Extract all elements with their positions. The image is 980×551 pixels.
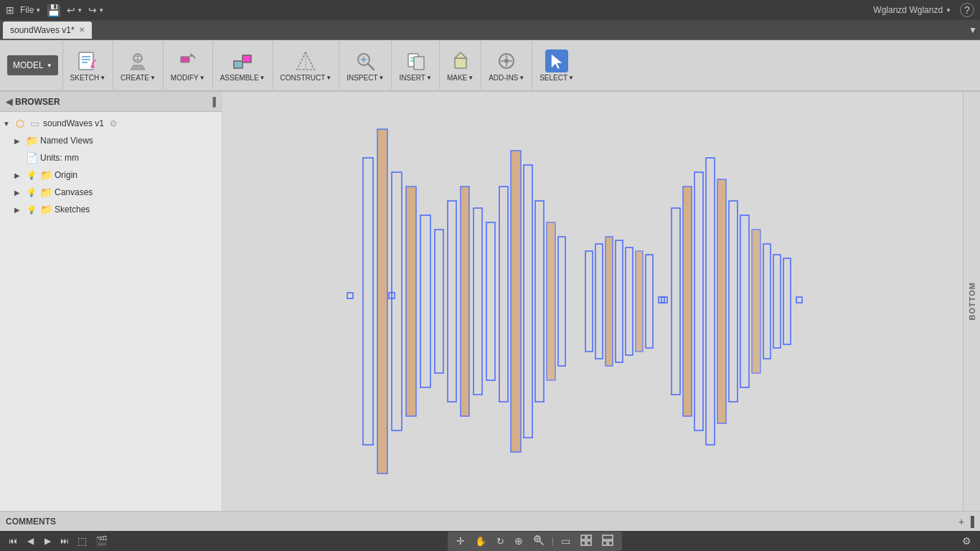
- svg-rect-63: [717, 179, 726, 423]
- search-button[interactable]: [530, 533, 547, 550]
- tab-bar: soundWaves v1* ✕ ▼: [0, 20, 980, 40]
- comments-collapse-button[interactable]: ▐: [967, 516, 974, 527]
- svg-rect-42: [486, 222, 495, 380]
- nav-last-button[interactable]: ⏭: [57, 534, 72, 548]
- addins-label: ADD-INS ▼: [489, 74, 524, 82]
- svg-rect-49: [547, 222, 555, 380]
- zoom-button[interactable]: ⊕: [512, 534, 526, 548]
- nav-prev-button[interactable]: ◀: [23, 534, 37, 548]
- svg-rect-53: [606, 237, 613, 366]
- file-menu[interactable]: File ▼: [20, 5, 41, 15]
- svg-rect-47: [524, 165, 532, 438]
- svg-rect-14: [242, 55, 251, 62]
- tree-item-sketches[interactable]: ▶ 💡 📁 Sketches: [0, 201, 222, 218]
- tree-item-units[interactable]: ▶ 📄 Units: mm: [0, 149, 222, 166]
- inspect-label: INSPECT ▼: [347, 74, 384, 82]
- select-label: SELECT ▼: [540, 74, 574, 82]
- model-dropdown[interactable]: MODEL ▼: [7, 55, 58, 75]
- settings-button[interactable]: ⚙: [959, 534, 974, 548]
- layout-button[interactable]: [599, 533, 616, 550]
- canvas-area[interactable]: [222, 92, 963, 511]
- modify-button[interactable]: MODIFY ▼: [168, 48, 208, 83]
- nav-next-button[interactable]: ▶: [40, 534, 55, 548]
- view-button[interactable]: 🎬: [93, 534, 110, 548]
- svg-rect-46: [511, 151, 521, 452]
- tree-folder-canvases: 📁: [40, 187, 52, 198]
- tree-label-units: Units: mm: [40, 153, 79, 163]
- frame-button[interactable]: ⬚: [75, 534, 90, 548]
- tree-item-root[interactable]: ▼ ⬡ ▭ soundWaves v1 ⊙: [0, 115, 222, 132]
- svg-rect-79: [587, 541, 591, 545]
- tree-item-named-views[interactable]: ▶ 📁 Named Views: [0, 132, 222, 149]
- wave-group-center: [585, 237, 664, 366]
- tree-item-origin[interactable]: ▶ 💡 📁 Origin: [0, 166, 222, 184]
- svg-rect-69: [783, 258, 791, 344]
- assemble-label: ASSEMBLE ▼: [220, 74, 265, 82]
- tree-folder-origin: 📁: [40, 169, 52, 181]
- tree-label-origin: Origin: [55, 170, 77, 180]
- toolbar-insert-group: INSERT ▼: [392, 41, 439, 90]
- main-content: ◀ BROWSER ▐ ▼ ⬡ ▭ soundWaves v1 ⊙ ▶ 📁 Na…: [0, 92, 980, 511]
- construct-button[interactable]: CONSTRUCT ▼: [278, 48, 335, 83]
- tree-settings-root[interactable]: ⊙: [110, 118, 117, 128]
- undo-button[interactable]: ↩ ▼: [67, 4, 83, 16]
- construct-icon: [294, 50, 317, 72]
- user-name[interactable]: Wglanzd Wglanzd ▼: [873, 5, 951, 15]
- svg-line-19: [368, 64, 374, 70]
- nav-first-button[interactable]: ⏮: [6, 534, 20, 548]
- svg-rect-52: [595, 244, 603, 359]
- right-panel: BOTTOM: [963, 92, 980, 511]
- sketch-button[interactable]: SKETCH ▼: [67, 48, 108, 83]
- tab-expand[interactable]: ▼: [969, 25, 977, 35]
- svg-rect-62: [706, 158, 715, 445]
- sketch-label: SKETCH ▼: [70, 74, 105, 82]
- tab-soundwaves[interactable]: soundWaves v1* ✕: [3, 22, 92, 39]
- comments-controls: + ▐: [958, 516, 974, 527]
- tree-folder-sketches: 📁: [40, 204, 52, 215]
- svg-rect-56: [636, 251, 643, 352]
- assemble-button[interactable]: ASSEMBLE ▼: [217, 48, 268, 83]
- svg-rect-76: [581, 535, 585, 540]
- tree-arrow-sketches: ▶: [14, 206, 23, 214]
- svg-rect-50: [558, 237, 565, 366]
- view-label-bottom: BOTTOM: [968, 282, 976, 320]
- svg-rect-55: [626, 248, 633, 355]
- svg-marker-32: [552, 55, 562, 68]
- browser-collapse-button[interactable]: ▐: [209, 97, 216, 107]
- svg-rect-54: [616, 240, 623, 362]
- save-button[interactable]: 💾: [47, 4, 61, 17]
- select-button[interactable]: SELECT ▼: [537, 48, 577, 83]
- comments-add-button[interactable]: +: [958, 516, 964, 527]
- create-button[interactable]: CREATE ▼: [118, 48, 159, 83]
- orbit-button[interactable]: ↻: [494, 534, 507, 548]
- modify-label: MODIFY ▼: [171, 74, 205, 82]
- svg-rect-39: [448, 201, 456, 402]
- tab-label: soundWaves v1*: [10, 25, 75, 35]
- navigate-button[interactable]: ✛: [453, 534, 468, 548]
- display-mode-button[interactable]: ▭: [558, 534, 573, 548]
- make-button[interactable]: MAKE ▼: [444, 48, 476, 83]
- svg-rect-57: [646, 255, 653, 348]
- svg-rect-13: [234, 61, 242, 68]
- tree-label-canvases: Canvases: [55, 187, 93, 197]
- tree-icon-root: ⬡: [14, 118, 26, 129]
- toolbar-model-group: MODEL ▼: [3, 41, 63, 90]
- redo-button[interactable]: ↪ ▼: [88, 4, 104, 16]
- apps-icon[interactable]: ⊞: [6, 4, 14, 16]
- svg-rect-10: [181, 57, 189, 62]
- help-button[interactable]: ?: [960, 3, 974, 17]
- grid-button[interactable]: [578, 533, 595, 550]
- select-icon: [545, 50, 568, 72]
- insert-button[interactable]: INSERT ▼: [396, 48, 434, 83]
- title-bar: ⊞ File ▼ 💾 ↩ ▼ ↪ ▼ Wglanzd Wglanzd ▼ ?: [0, 0, 980, 20]
- svg-rect-38: [435, 230, 443, 373]
- bottom-center-controls: ✛ ✋ ↻ ⊕ | ▭: [448, 532, 622, 551]
- addins-button[interactable]: ADD-INS ▼: [486, 48, 527, 83]
- pan-button[interactable]: ✋: [472, 534, 489, 548]
- addins-icon: [495, 50, 518, 72]
- tree-item-canvases[interactable]: ▶ 💡 📁 Canvases: [0, 184, 222, 201]
- svg-rect-67: [763, 244, 771, 359]
- tree-arrow-root: ▼: [3, 120, 11, 128]
- tab-close-button[interactable]: ✕: [79, 26, 85, 34]
- inspect-button[interactable]: INSPECT ▼: [344, 48, 387, 83]
